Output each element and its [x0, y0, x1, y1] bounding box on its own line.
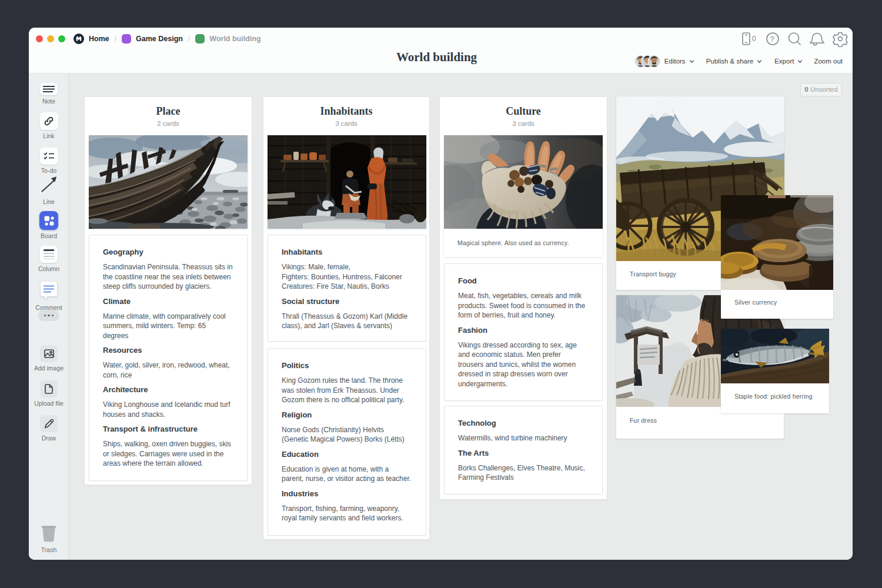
svg-text:?: ? — [770, 35, 774, 44]
svg-text:0: 0 — [752, 35, 756, 43]
